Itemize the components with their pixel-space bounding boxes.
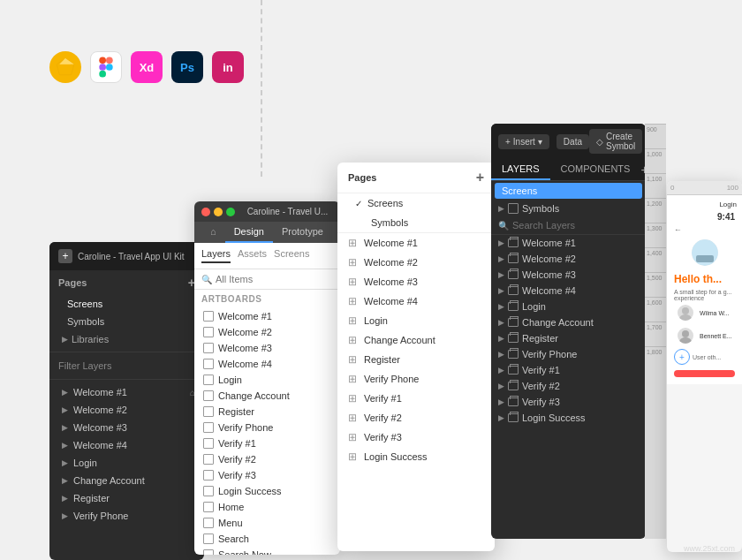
frame-icon — [508, 334, 519, 343]
panel1-symbols-item[interactable]: Symbols — [49, 313, 204, 330]
tab-layers[interactable]: Layers — [201, 248, 231, 263]
p3-symbols[interactable]: Symbols — [337, 213, 495, 232]
panel1-screens-item[interactable]: Screens — [49, 295, 204, 313]
p4-verify1[interactable]: ▶ Verify #1 — [491, 362, 646, 378]
panel1-register[interactable]: ▶ Register — [49, 489, 204, 507]
p4-verify-phone[interactable]: ▶ Verify Phone — [491, 346, 646, 362]
screens-highlighted-item[interactable]: Screens — [495, 183, 642, 199]
hash-icon: ⊞ — [348, 353, 357, 366]
p4-welcome4[interactable]: ▶ Welcome #4 — [491, 283, 646, 299]
p3-welcome3[interactable]: ⊞Welcome #3 — [337, 272, 495, 291]
p3-screens[interactable]: ✓ Screens — [337, 193, 495, 213]
artboard-icon — [203, 438, 214, 449]
search-layers-input[interactable] — [512, 220, 639, 231]
p2-login-success[interactable]: Login Success — [194, 483, 340, 499]
data-button[interactable]: Data — [556, 134, 589, 149]
panel1-welcome2[interactable]: ▶ Welcome #2 — [49, 401, 204, 419]
p2-verify3[interactable]: Verify #3 — [194, 467, 340, 483]
p4-login-success[interactable]: ▶ Login Success — [491, 410, 646, 426]
p3-verify2[interactable]: ⊞Verify #2 — [337, 408, 495, 428]
sketch-icon[interactable] — [49, 51, 81, 83]
ps-icon[interactable]: Ps — [171, 51, 203, 83]
p4-change-account[interactable]: ▶ Change Account — [491, 314, 646, 330]
frame-icon — [508, 413, 519, 422]
p4-symbols[interactable]: ▶ Symbols — [491, 201, 646, 216]
p2-home[interactable]: Home — [194, 499, 340, 515]
artboard-icon — [203, 470, 214, 481]
cta-button[interactable] — [674, 370, 735, 377]
p4-verify3[interactable]: ▶ Verify #3 — [491, 394, 646, 410]
figma-icon[interactable] — [90, 51, 122, 83]
close-button[interactable] — [201, 208, 210, 216]
panel2-home-icon[interactable]: ⌂ — [201, 222, 225, 243]
p3-verify1[interactable]: ⊞Verify #1 — [337, 389, 495, 408]
tab-design[interactable]: Design — [225, 222, 273, 243]
minimize-button[interactable] — [214, 208, 223, 216]
frame-icon — [508, 270, 519, 279]
create-symbol-button[interactable]: ◇ Create Symbol — [589, 129, 642, 154]
panel1-login[interactable]: ▶ Login — [49, 454, 204, 472]
p4-login[interactable]: ▶ Login — [491, 299, 646, 314]
p2-verify1[interactable]: Verify #1 — [194, 435, 340, 451]
p3-verify-phone[interactable]: ⊞Verify Phone — [337, 369, 495, 389]
back-arrow[interactable]: ← — [670, 223, 738, 236]
p4-welcome1[interactable]: ▶ Welcome #1 — [491, 235, 646, 251]
p2-search[interactable]: Search — [194, 531, 340, 547]
register-label: Register — [73, 493, 110, 503]
tab-assets[interactable]: Assets — [238, 248, 267, 263]
panel5-ruler: 0 100 — [667, 181, 742, 195]
p3-login[interactable]: ⊞Login — [337, 311, 495, 330]
insert-button[interactable]: + Insert ▾ — [498, 134, 549, 149]
frame-icon — [508, 318, 519, 327]
p2-welcome4[interactable]: Welcome #4 — [194, 356, 340, 372]
p2-verify-phone[interactable]: Verify Phone — [194, 420, 340, 435]
p4-register[interactable]: ▶ Register — [491, 330, 646, 346]
panel4-search[interactable]: 🔍 — [491, 216, 646, 235]
p3-welcome1[interactable]: ⊞Welcome #1 — [337, 233, 495, 253]
add-user-row[interactable]: + User oth... — [670, 347, 738, 367]
tab-layers-p4[interactable]: LAYERS — [491, 159, 550, 180]
p3-welcome4[interactable]: ⊞Welcome #4 — [337, 291, 495, 311]
p3-register[interactable]: ⊞Register — [337, 350, 495, 369]
panel1-add-button[interactable]: + — [58, 249, 72, 263]
symbols-page-label: Symbols — [371, 217, 408, 228]
search-input[interactable] — [216, 274, 337, 284]
p2-welcome1[interactable]: Welcome #1 — [194, 308, 340, 324]
xd-icon[interactable]: Xd — [131, 51, 163, 83]
tab-screens[interactable]: Screens — [274, 248, 309, 263]
panel1-change-account[interactable]: ▶ Change Account — [49, 472, 204, 489]
p4-verify2[interactable]: ▶ Verify #2 — [491, 378, 646, 394]
p3-verify3[interactable]: ⊞Verify #3 — [337, 428, 495, 447]
p2-login[interactable]: Login — [194, 372, 340, 388]
add-page-button3[interactable]: + — [476, 170, 484, 185]
p2-welcome2[interactable]: Welcome #2 — [194, 324, 340, 340]
p3-welcome2[interactable]: ⊞Welcome #2 — [337, 253, 495, 272]
p2-register[interactable]: Register — [194, 404, 340, 420]
in-icon[interactable]: in — [212, 51, 244, 83]
p2-search-now[interactable]: Search Now — [194, 547, 340, 555]
tab-components-p4[interactable]: COMPONENTS — [550, 159, 641, 180]
panel1-libraries-item[interactable]: ▶ Libraries — [49, 330, 204, 348]
hash-icon: ⊞ — [348, 334, 357, 346]
panel1-welcome4[interactable]: ▶ Welcome #4 — [49, 436, 204, 454]
p3-change-account[interactable]: ⊞Change Account — [337, 330, 495, 350]
p4-welcome3[interactable]: ▶ Welcome #3 — [491, 267, 646, 283]
tab-prototype[interactable]: Prototype — [273, 222, 332, 243]
p2-welcome3[interactable]: Welcome #3 — [194, 340, 340, 356]
panel3-pages: Pages + ✓ Screens Symbols ⊞Welcome #1 ⊞W… — [337, 163, 495, 551]
username-1: Wilma W... — [700, 310, 729, 316]
p4-welcome2[interactable]: ▶ Welcome #2 — [491, 251, 646, 267]
panel2-search[interactable]: 🔍 — [194, 269, 340, 290]
p2-menu[interactable]: Menu — [194, 515, 340, 531]
maximize-button[interactable] — [226, 208, 235, 216]
artboard-icon — [203, 534, 214, 544]
panel1-verify-phone[interactable]: ▶ Verify Phone — [49, 507, 204, 525]
p2-verify2[interactable]: Verify #2 — [194, 451, 340, 467]
chevron-down-icon: ▾ — [538, 137, 542, 147]
panel1-welcome1[interactable]: ▶ Welcome #1 ⌂ — [49, 383, 204, 401]
p2-change-account[interactable]: Change Account — [194, 388, 340, 404]
verify-phone-label: Verify Phone — [73, 511, 128, 521]
panel1-welcome3[interactable]: ▶ Welcome #3 — [49, 419, 204, 436]
panel5-content: Login 9:41 ← Hello th... A small step fo… — [667, 195, 742, 384]
p3-login-success[interactable]: ⊞Login Success — [337, 447, 495, 466]
